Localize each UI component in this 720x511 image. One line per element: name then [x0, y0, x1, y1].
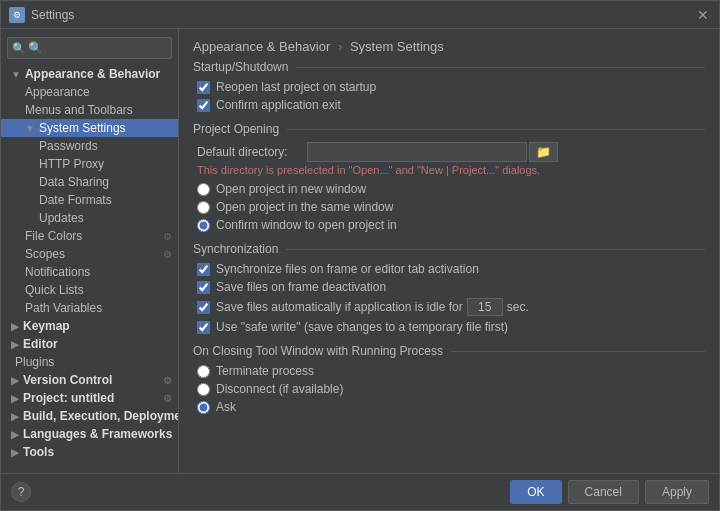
sync-header: Synchronization — [193, 242, 705, 256]
project-opening-header: Project Opening — [193, 122, 705, 136]
default-dir-label: Default directory: — [197, 145, 307, 159]
radio-same-window-row: Open project in the same window — [197, 200, 705, 214]
sync-files-checkbox[interactable] — [197, 263, 210, 276]
startup-header: Startup/Shutdown — [193, 60, 705, 74]
radio-new-window-label: Open project in new window — [216, 182, 366, 196]
help-button[interactable]: ? — [11, 482, 31, 502]
reopen-row: Reopen last project on startup — [197, 80, 705, 94]
sidebar-item-quick-lists[interactable]: Quick Lists — [1, 281, 178, 299]
save-idle-input[interactable] — [467, 298, 503, 316]
radio-confirm-window[interactable] — [197, 219, 210, 232]
save-idle-label: Save files automatically if application … — [216, 300, 463, 314]
titlebar: ⚙ Settings ✕ — [1, 1, 719, 29]
arrow-icon: ▶ — [11, 321, 19, 332]
content-area: Startup/Shutdown Reopen last project on … — [179, 60, 719, 434]
synchronization-section: Synchronization Synchronize files on fra… — [193, 242, 705, 334]
right-panel: Appearance & Behavior › System Settings … — [179, 29, 719, 473]
settings-window: ⚙ Settings ✕ 🔍 ▼ Appearance & Behavior A… — [0, 0, 720, 511]
titlebar-title: Settings — [31, 8, 695, 22]
radio-same-window-label: Open project in the same window — [216, 200, 393, 214]
safe-write-checkbox[interactable] — [197, 321, 210, 334]
radio-terminate-label: Terminate process — [216, 364, 314, 378]
radio-new-window[interactable] — [197, 183, 210, 196]
sidebar-item-appearance-behavior[interactable]: ▼ Appearance & Behavior — [1, 65, 178, 83]
arrow-icon: ▶ — [11, 339, 19, 350]
arrow-icon: ▼ — [11, 69, 21, 80]
startup-section: Startup/Shutdown Reopen last project on … — [193, 60, 705, 112]
close-button[interactable]: ✕ — [695, 7, 711, 23]
sidebar-item-scopes[interactable]: Scopes ⚙ — [1, 245, 178, 263]
sync-files-row: Synchronize files on frame or editor tab… — [197, 262, 705, 276]
radio-terminate-row: Terminate process — [197, 364, 705, 378]
radio-ask[interactable] — [197, 401, 210, 414]
ok-button[interactable]: OK — [510, 480, 561, 504]
folder-button[interactable]: 📁 — [529, 142, 558, 162]
arrow-icon: ▶ — [11, 429, 19, 440]
radio-new-window-row: Open project in new window — [197, 182, 705, 196]
sidebar-item-data-sharing[interactable]: Data Sharing — [1, 173, 178, 191]
save-idle-row: Save files automatically if application … — [197, 298, 705, 316]
arrow-icon: ▼ — [25, 123, 35, 134]
bottom-bar: ? OK Cancel Apply — [1, 473, 719, 510]
radio-disconnect-label: Disconnect (if available) — [216, 382, 343, 396]
cancel-button[interactable]: Cancel — [568, 480, 639, 504]
sidebar-item-notifications[interactable]: Notifications — [1, 263, 178, 281]
radio-terminate[interactable] — [197, 365, 210, 378]
arrow-icon: ▶ — [11, 375, 19, 386]
sidebar-item-http-proxy[interactable]: HTTP Proxy — [1, 155, 178, 173]
default-dir-input[interactable] — [307, 142, 527, 162]
search-box: 🔍 — [7, 37, 172, 59]
main-content: 🔍 ▼ Appearance & Behavior Appearance Men… — [1, 29, 719, 473]
radio-ask-row: Ask — [197, 400, 705, 414]
breadcrumb-sep: › — [338, 39, 342, 54]
sidebar: 🔍 ▼ Appearance & Behavior Appearance Men… — [1, 29, 179, 473]
closing-header: On Closing Tool Window with Running Proc… — [193, 344, 705, 358]
save-deactivation-row: Save files on frame deactivation — [197, 280, 705, 294]
hint-text: This directory is preselected in "Open..… — [197, 164, 705, 176]
sidebar-item-appearance[interactable]: Appearance — [1, 83, 178, 101]
arrow-icon: ▶ — [11, 411, 19, 422]
confirm-exit-checkbox[interactable] — [197, 99, 210, 112]
search-icon: 🔍 — [12, 42, 26, 55]
save-idle-checkbox[interactable] — [197, 301, 210, 314]
breadcrumb-part1: Appearance & Behavior — [193, 39, 330, 54]
arrow-icon: ▶ — [11, 393, 19, 404]
sidebar-item-tools[interactable]: ▶ Tools — [1, 443, 178, 461]
radio-same-window[interactable] — [197, 201, 210, 214]
confirm-exit-row: Confirm application exit — [197, 98, 705, 112]
sync-files-label: Synchronize files on frame or editor tab… — [216, 262, 479, 276]
sidebar-item-system-settings[interactable]: ▼ System Settings — [1, 119, 178, 137]
sidebar-item-languages-frameworks[interactable]: ▶ Languages & Frameworks — [1, 425, 178, 443]
radio-disconnect[interactable] — [197, 383, 210, 396]
sidebar-item-updates[interactable]: Updates — [1, 209, 178, 227]
radio-confirm-label: Confirm window to open project in — [216, 218, 397, 232]
sidebar-item-file-colors[interactable]: File Colors ⚙ — [1, 227, 178, 245]
radio-confirm-row: Confirm window to open project in — [197, 218, 705, 232]
sidebar-item-editor[interactable]: ▶ Editor — [1, 335, 178, 353]
settings-small-icon: ⚙ — [163, 231, 172, 242]
breadcrumb-part2: System Settings — [350, 39, 444, 54]
sidebar-item-build-exec-deploy[interactable]: ▶ Build, Execution, Deployment — [1, 407, 178, 425]
sidebar-item-plugins[interactable]: Plugins — [1, 353, 178, 371]
apply-button[interactable]: Apply — [645, 480, 709, 504]
settings-icon: ⚙ — [9, 7, 25, 23]
settings-small-icon: ⚙ — [163, 375, 172, 386]
sidebar-item-date-formats[interactable]: Date Formats — [1, 191, 178, 209]
settings-small-icon: ⚙ — [163, 249, 172, 260]
reopen-label: Reopen last project on startup — [216, 80, 376, 94]
sidebar-item-keymap[interactable]: ▶ Keymap — [1, 317, 178, 335]
sidebar-item-path-variables[interactable]: Path Variables — [1, 299, 178, 317]
reopen-checkbox[interactable] — [197, 81, 210, 94]
save-deactivation-checkbox[interactable] — [197, 281, 210, 294]
confirm-exit-label: Confirm application exit — [216, 98, 341, 112]
breadcrumb: Appearance & Behavior › System Settings — [179, 29, 719, 60]
save-idle-unit: sec. — [507, 300, 529, 314]
arrow-icon: ▶ — [11, 447, 19, 458]
sidebar-item-project-untitled[interactable]: ▶ Project: untitled ⚙ — [1, 389, 178, 407]
sidebar-item-menus-toolbars[interactable]: Menus and Toolbars — [1, 101, 178, 119]
sidebar-item-passwords[interactable]: Passwords — [1, 137, 178, 155]
sidebar-item-version-control[interactable]: ▶ Version Control ⚙ — [1, 371, 178, 389]
project-opening-section: Project Opening Default directory: 📁 Thi… — [193, 122, 705, 232]
settings-small-icon: ⚙ — [163, 393, 172, 404]
search-input[interactable] — [7, 37, 172, 59]
